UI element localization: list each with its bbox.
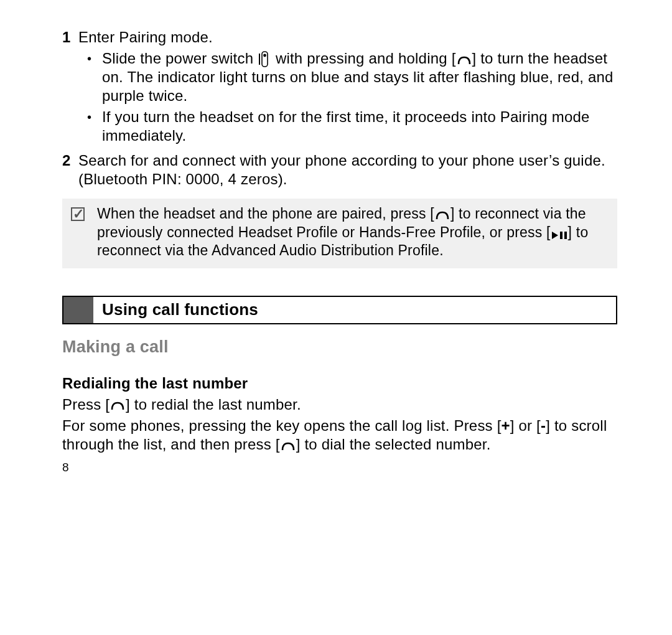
bullet-icon: • xyxy=(87,49,102,105)
bullet-text-mid: with pressing and holding [ xyxy=(271,50,455,67)
svg-marker-3 xyxy=(552,232,558,239)
section-heading: Using call functions xyxy=(62,296,617,324)
bullet-item: • If you turn the headset on for the fir… xyxy=(78,108,617,145)
minus-key: - xyxy=(541,417,546,434)
manual-page: 1 Enter Pairing mode. • Slide the power … xyxy=(0,0,672,487)
headset-button-icon xyxy=(434,208,450,222)
svg-rect-5 xyxy=(564,232,567,239)
step-2: 2 Search for and connect with your phone… xyxy=(62,151,617,189)
page-number: 8 xyxy=(62,460,617,475)
svg-rect-4 xyxy=(560,232,562,239)
subheading: Making a call xyxy=(62,337,617,358)
note-box: When the headset and the phone are paire… xyxy=(62,199,617,268)
sub-subheading: Redialing the last number xyxy=(62,374,617,393)
step-text: Search for and connect with your phone a… xyxy=(78,151,617,189)
checkbox-icon xyxy=(71,207,85,221)
heading-marker xyxy=(63,297,93,323)
step-text: Enter Pairing mode. xyxy=(78,29,213,45)
paragraph: For some phones, pressing the key opens … xyxy=(62,416,617,454)
heading-label: Using call functions xyxy=(93,297,264,323)
bullet-text: If you turn the headset on for the first… xyxy=(102,108,617,145)
bullet-item: • Slide the power switch with pressing a… xyxy=(78,49,617,105)
headset-button-icon xyxy=(280,438,296,453)
svg-rect-0 xyxy=(262,52,268,67)
svg-point-1 xyxy=(263,54,266,57)
power-switch-icon xyxy=(258,51,271,68)
play-pause-icon xyxy=(551,226,568,240)
bullet-text-pre: Slide the power switch xyxy=(102,50,258,67)
paragraph: Press [] to redial the last number. xyxy=(62,395,617,414)
headset-button-icon xyxy=(110,398,126,413)
headset-button-icon xyxy=(456,52,472,67)
plus-key: + xyxy=(502,417,510,434)
note-text: When the headset and the phone are paire… xyxy=(97,205,609,260)
bullet-icon: • xyxy=(87,108,102,145)
step-number: 2 xyxy=(62,151,78,189)
step-1: 1 Enter Pairing mode. • Slide the power … xyxy=(62,28,617,145)
step-number: 1 xyxy=(62,28,78,145)
